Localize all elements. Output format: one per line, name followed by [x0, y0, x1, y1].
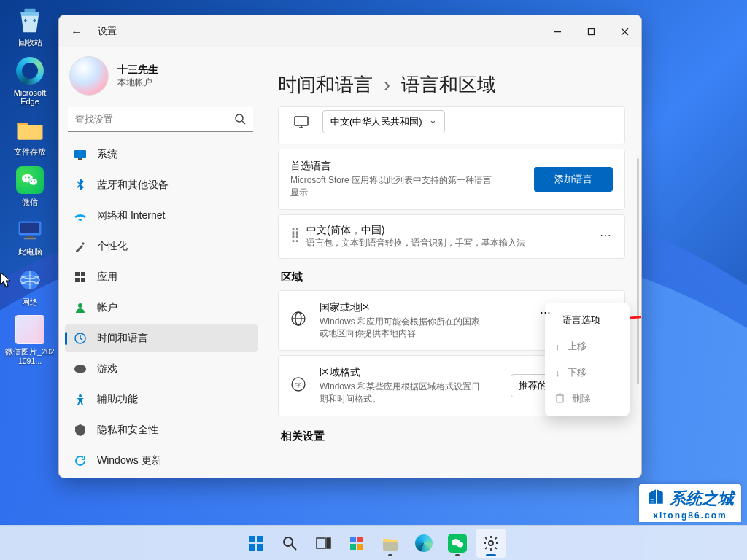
globe-icon [290, 311, 308, 330]
taskbar [0, 525, 747, 560]
language-context-menu: 语言选项 ↑ 上移 ↓ 下移 删除 [545, 303, 630, 416]
search-taskbar-icon[interactable] [275, 529, 304, 558]
nav-apps[interactable]: 应用 [65, 263, 258, 291]
svg-rect-23 [75, 278, 80, 282]
svg-rect-19 [74, 150, 86, 158]
user-sub: 本地帐户 [117, 77, 158, 89]
menu-delete[interactable]: 删除 [549, 386, 625, 412]
language-name: 中文(简体，中国) [306, 224, 525, 237]
context-menu-trigger: ⋯ [540, 306, 552, 319]
svg-rect-29 [295, 117, 308, 125]
back-button[interactable]: ← [71, 26, 82, 38]
svg-point-5 [31, 180, 32, 181]
breadcrumb: 时间和语言 › 语言和区域 [278, 72, 625, 98]
svg-rect-51 [350, 544, 356, 550]
nav-accessibility[interactable]: 辅助功能 [65, 386, 258, 413]
svg-point-2 [29, 178, 38, 184]
breadcrumb-parent[interactable]: 时间和语言 [278, 74, 373, 96]
arrow-down-icon: ↓ [555, 368, 560, 378]
sidebar: 十三先生 本地帐户 系统 蓝牙和其他设备 网络和 Internet 个性化 应用… [59, 47, 263, 478]
format-icon: 字 [290, 376, 308, 395]
content-area: 时间和语言 › 语言和区域 中文(中华人民共和国) 首选语言 Microsoft… [263, 47, 641, 478]
wechat-icon[interactable]: 微信 [4, 164, 55, 207]
preferred-language-card: 首选语言 Microsoft Store 应用将以此列表中支持的第一种语言显示 … [278, 149, 625, 210]
menu-move-up[interactable]: ↑ 上移 [549, 333, 625, 359]
recycle-bin-icon[interactable]: 回收站 [4, 4, 55, 47]
svg-line-18 [242, 121, 245, 124]
user-name: 十三先生 [117, 63, 158, 77]
svg-rect-0 [25, 9, 36, 12]
svg-rect-43 [249, 544, 255, 551]
network-icon[interactable]: 网络 [4, 264, 55, 307]
scrollbar[interactable] [637, 158, 639, 384]
nav-personalize[interactable]: 个性化 [65, 233, 258, 260]
svg-point-54 [457, 542, 463, 548]
add-language-button[interactable]: 添加语言 [534, 167, 613, 192]
svg-rect-14 [588, 28, 594, 34]
svg-rect-22 [81, 272, 85, 276]
nav-system[interactable]: 系统 [65, 141, 258, 168]
search-input[interactable] [68, 107, 253, 132]
minimize-button[interactable] [541, 15, 574, 47]
svg-rect-21 [75, 272, 80, 276]
wechat-taskbar-icon[interactable] [443, 529, 472, 558]
avatar [69, 56, 109, 96]
edge-icon[interactable]: Microsoft Edge [4, 55, 55, 106]
nav-privacy[interactable]: 隐私和安全性 [65, 416, 258, 444]
pref-lang-title: 首选语言 [290, 160, 534, 173]
nav-time-language[interactable]: 时间和语言 [65, 324, 258, 352]
breadcrumb-current: 语言和区域 [401, 74, 496, 96]
arrow-up-icon: ↑ [555, 341, 560, 352]
display-language-card: 中文(中华人民共和国) [278, 106, 625, 144]
svg-rect-38 [557, 395, 563, 402]
svg-point-28 [79, 394, 82, 397]
task-view-icon[interactable] [309, 529, 338, 558]
start-button[interactable] [241, 529, 271, 558]
trash-icon [555, 393, 565, 405]
image-file-icon[interactable]: 微信图片_2021091... [4, 314, 55, 365]
nav-bluetooth[interactable]: 蓝牙和其他设备 [65, 171, 258, 199]
nav-accounts[interactable]: 帐户 [65, 294, 258, 322]
svg-rect-8 [20, 223, 39, 233]
svg-point-3 [25, 176, 26, 178]
nav-list: 系统 蓝牙和其他设备 网络和 Internet 个性化 应用 帐户 时间和语言 … [65, 141, 258, 475]
svg-line-46 [292, 545, 296, 550]
svg-point-45 [284, 537, 293, 546]
svg-rect-52 [357, 544, 363, 550]
maximize-button[interactable] [574, 15, 608, 47]
region-section-title: 区域 [281, 271, 622, 284]
nav-update[interactable]: Windows 更新 [65, 447, 258, 475]
search-box[interactable] [68, 107, 253, 132]
menu-move-down[interactable]: ↓ 下移 [549, 359, 625, 386]
monitor-icon [290, 115, 312, 128]
display-language-dropdown[interactable]: 中文(中华人民共和国) [322, 110, 445, 133]
edge-taskbar-icon[interactable] [409, 529, 438, 558]
more-options-button[interactable]: ⋯ [600, 228, 613, 242]
folder-icon[interactable]: 文件存放 [4, 114, 55, 157]
svg-point-55 [489, 541, 493, 545]
svg-rect-50 [357, 537, 363, 542]
explorer-icon[interactable] [376, 529, 405, 558]
close-button[interactable] [608, 15, 641, 47]
language-item-card[interactable]: ⠿⠿ 中文(简体，中国) 语言包，文本到语音转换，语音识别，手写，基本输入法 ⋯ [278, 214, 625, 259]
window-title: 设置 [98, 25, 117, 38]
user-profile[interactable]: 十三先生 本地帐户 [65, 52, 258, 106]
settings-taskbar-icon[interactable] [476, 529, 506, 558]
settings-window: ← 设置 十三先生 本地帐户 系统 [58, 15, 642, 478]
menu-language-options[interactable]: 语言选项 [549, 307, 625, 333]
svg-point-25 [78, 303, 82, 308]
svg-rect-10 [24, 238, 36, 239]
drag-handle-icon[interactable]: ⠿⠿ [290, 231, 295, 241]
desktop-icons-column: 回收站 Microsoft Edge 文件存放 微信 此电脑 网络 微信图片_2… [4, 4, 55, 373]
svg-rect-48 [327, 538, 330, 548]
svg-rect-20 [78, 158, 82, 160]
svg-point-6 [34, 180, 35, 181]
this-pc-icon[interactable]: 此电脑 [4, 214, 55, 257]
svg-rect-41 [249, 536, 255, 542]
watermark-icon [646, 487, 665, 510]
pref-lang-sub: Microsoft Store 应用将以此列表中支持的第一种语言显示 [290, 174, 495, 199]
nav-gaming[interactable]: 游戏 [65, 355, 258, 383]
widgets-icon[interactable] [342, 529, 371, 558]
related-settings-title: 相关设置 [281, 429, 622, 443]
nav-network[interactable]: 网络和 Internet [65, 202, 258, 230]
